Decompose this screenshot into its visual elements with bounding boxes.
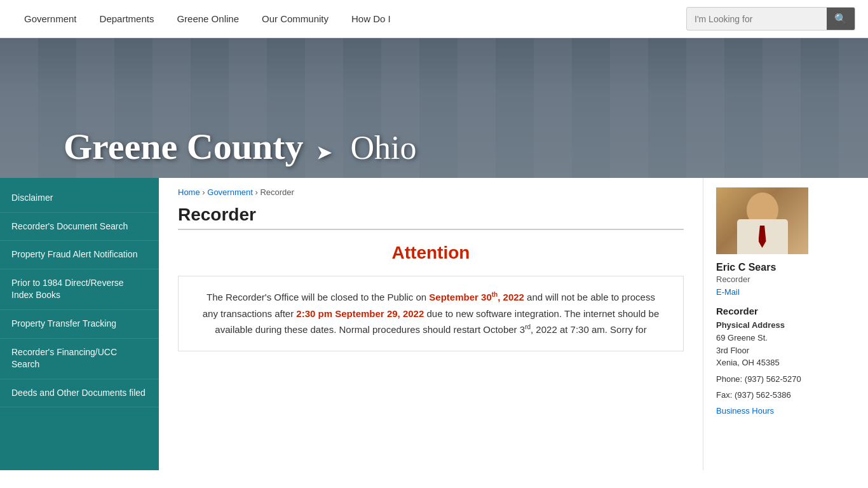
nav-departments[interactable]: Departments [88,1,166,37]
hero-main-title: Greene County ➤ Ohio [64,128,417,165]
nav-how-do-i[interactable]: How Do I [340,1,402,37]
staff-role: Recorder [716,274,855,284]
breadcrumb-sep2: › [255,187,257,197]
breadcrumb-home[interactable]: Home [178,187,200,197]
breadcrumb-current: Recorder [260,187,294,197]
page-title: Recorder [178,205,684,230]
sidebar-item-property-fraud-alert[interactable]: Property Fraud Alert Notification [0,241,159,269]
breadcrumb: Home › Government › Recorder [178,187,684,197]
attention-heading: Attention [178,243,684,263]
right-sidebar: Eric C Sears Recorder E-Mail Recorder Ph… [703,178,868,470]
nav-greene-online[interactable]: Greene Online [165,1,250,37]
right-section-title: Recorder [716,306,855,316]
content-wrapper: Disclaimer Recorder's Document Search Pr… [0,178,868,470]
fax-number: Fax: (937) 562-5386 [716,389,855,402]
staff-email-link[interactable]: E-Mail [716,287,740,297]
main-content: Home › Government › Recorder Recorder At… [159,178,703,470]
staff-name: Eric C Sears [716,262,855,273]
sidebar-item-prior-1984[interactable]: Prior to 1984 Direct/Reverse Index Books [0,269,159,310]
nav-links: Government Departments Greene Online Our… [13,1,686,37]
sidebar-item-financing-ucc[interactable]: Recorder's Financing/UCC Search [0,339,159,379]
notice-text: The Recorder's Office will be closed to … [198,289,664,338]
business-hours-anchor[interactable]: Business Hours [716,406,774,416]
hero-title: Greene County ➤ Ohio [64,128,417,165]
main-nav: Government Departments Greene Online Our… [0,0,868,38]
search-bar: 🔍 [686,7,855,30]
sidebar-item-disclaimer[interactable]: Disclaimer [0,184,159,213]
sidebar: Disclaimer Recorder's Document Search Pr… [0,178,159,470]
business-hours-link: Business Hours [716,405,855,416]
staff-email: E-Mail [716,287,855,297]
hero-arrow-icon: ➤ [316,144,331,162]
staff-photo [716,187,808,254]
search-button[interactable]: 🔍 [827,8,855,30]
physical-address-label: Physical Address [716,320,855,330]
nav-government[interactable]: Government [13,1,88,37]
breadcrumb-government[interactable]: Government [207,187,253,197]
sidebar-item-property-transfer-tracking[interactable]: Property Transfer Tracking [0,310,159,339]
sidebar-item-deeds-documents[interactable]: Deeds and Other Documents filed [0,379,159,408]
sidebar-item-recorders-document-search[interactable]: Recorder's Document Search [0,213,159,241]
notice-box: The Recorder's Office will be closed to … [178,276,684,351]
hero-banner: Greene County ➤ Ohio [0,38,868,178]
phone-number: Phone: (937) 562-5270 [716,373,855,386]
nav-our-community[interactable]: Our Community [250,1,340,37]
breadcrumb-sep1: › [202,187,205,197]
search-input[interactable] [687,9,827,29]
address-lines: 69 Greene St. 3rd Floor Xenia, OH 45385 [716,332,855,369]
